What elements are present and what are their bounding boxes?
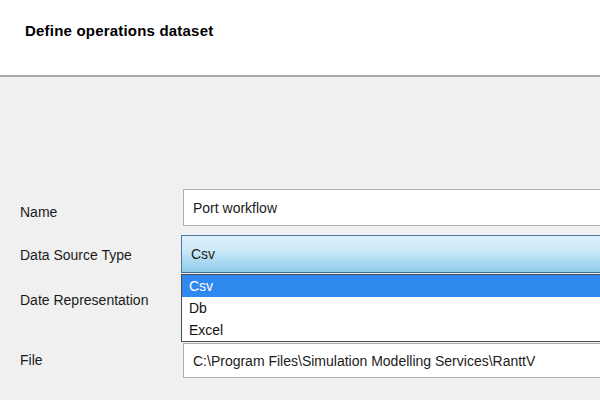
file-path-input[interactable]	[183, 343, 600, 378]
file-label: File	[20, 352, 43, 368]
data-source-type-value: Csv	[182, 236, 600, 272]
form-panel: Name Data Source Type Csv Date Represent…	[0, 77, 600, 400]
date-representation-label: Date Representation	[20, 292, 148, 308]
data-source-type-dropdown-list: Csv Db Excel	[181, 274, 600, 342]
name-label: Name	[20, 204, 57, 220]
dropdown-option-db[interactable]: Db	[182, 297, 600, 319]
dropdown-option-csv[interactable]: Csv	[182, 275, 600, 297]
data-source-type-combobox[interactable]: Csv	[181, 235, 600, 273]
name-input[interactable]	[183, 189, 600, 226]
page-title: Define operations dataset	[25, 22, 213, 39]
dropdown-option-excel[interactable]: Excel	[182, 319, 600, 341]
define-operations-dataset-dialog: { "window": { "title": "Define operation…	[0, 0, 600, 400]
data-source-type-label: Data Source Type	[20, 247, 132, 263]
